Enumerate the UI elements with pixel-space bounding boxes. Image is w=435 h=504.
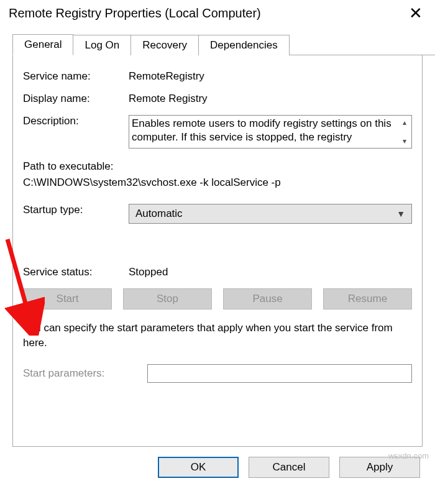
watermark: wsxdn.com [388, 451, 429, 460]
service-name-label: Service name: [23, 70, 129, 83]
general-panel: Service name: RemoteRegistry Display nam… [12, 55, 423, 447]
description-scrollbar[interactable]: ▴ ▾ [398, 116, 411, 148]
startup-type-label: Startup type: [23, 204, 129, 224]
chevron-up-icon[interactable]: ▴ [403, 118, 406, 127]
tab-strip: General Log On Recovery Dependencies [12, 34, 435, 55]
service-name-value: RemoteRegistry [129, 70, 412, 83]
start-parameters-hint: You can specify the start parameters tha… [23, 321, 412, 351]
startup-type-value: Automatic [135, 208, 183, 220]
ok-button[interactable]: OK [158, 457, 239, 478]
start-parameters-label: Start parameters: [23, 367, 147, 380]
cancel-button[interactable]: Cancel [249, 457, 329, 478]
display-name-value: Remote Registry [129, 93, 412, 105]
resume-button[interactable]: Resume [323, 288, 412, 309]
tab-dependencies[interactable]: Dependencies [198, 35, 290, 55]
chevron-down-icon: ▼ [396, 209, 405, 219]
tab-recovery[interactable]: Recovery [130, 35, 199, 55]
dialog-footer: OK Cancel Apply [0, 447, 435, 478]
tab-general[interactable]: General [12, 34, 73, 55]
titlebar: Remote Registry Properties (Local Comput… [0, 0, 435, 26]
path-value: C:\WINDOWS\system32\svchost.exe -k local… [23, 175, 412, 191]
description-text[interactable]: Enables remote users to modify registry … [129, 116, 398, 148]
close-icon[interactable]: ✕ [405, 5, 426, 21]
path-label: Path to executable: [23, 158, 412, 175]
start-button[interactable]: Start [23, 288, 112, 309]
service-status-value: Stopped [129, 266, 412, 278]
window-title: Remote Registry Properties (Local Comput… [9, 6, 261, 21]
pause-button[interactable]: Pause [223, 288, 312, 309]
stop-button[interactable]: Stop [123, 288, 212, 309]
chevron-down-icon[interactable]: ▾ [403, 137, 406, 145]
display-name-label: Display name: [23, 93, 129, 105]
description-box: Enables remote users to modify registry … [129, 115, 412, 149]
service-status-label: Service status: [23, 266, 129, 278]
startup-type-select[interactable]: Automatic ▼ [129, 204, 412, 224]
start-parameters-input[interactable] [147, 364, 412, 383]
tab-logon[interactable]: Log On [73, 35, 131, 55]
description-label: Description: [23, 115, 129, 149]
